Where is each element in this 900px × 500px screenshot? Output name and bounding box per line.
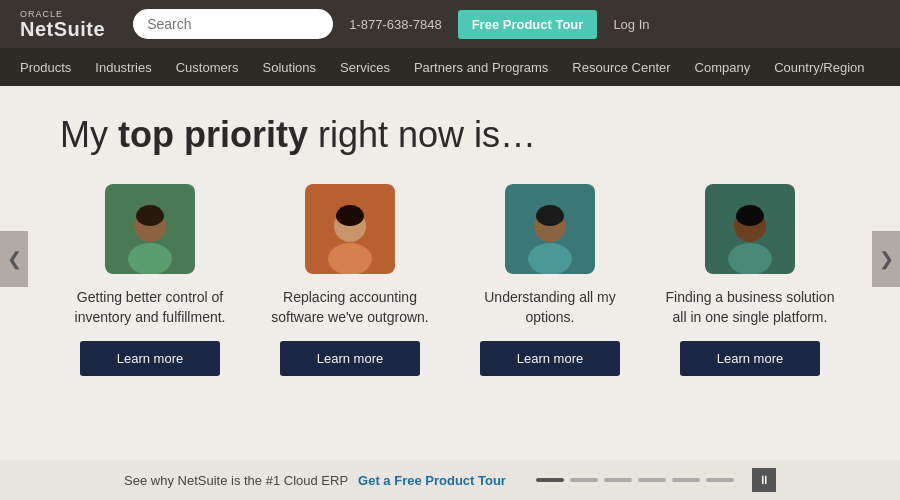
- progress-dot-3: [604, 478, 632, 482]
- svg-point-14: [538, 205, 562, 221]
- progress-dot-1: [536, 478, 564, 482]
- chevron-right-icon: ❯: [879, 248, 894, 270]
- svg-point-16: [728, 243, 772, 274]
- nav-item-services[interactable]: Services: [340, 60, 390, 75]
- progress-dot-6: [706, 478, 734, 482]
- learn-more-button-4[interactable]: Learn more: [680, 341, 820, 376]
- nav-item-resourcecenter[interactable]: Resource Center: [572, 60, 670, 75]
- card-description-4: Finding a business solution all in one s…: [665, 288, 835, 327]
- next-arrow-button[interactable]: ❯: [872, 231, 900, 287]
- svg-point-9: [338, 205, 362, 221]
- main-content: My top priority right now is… Getting be…: [0, 86, 900, 416]
- bottom-text: See why NetSuite is the #1 Cloud ERP: [124, 473, 348, 488]
- nav-item-company[interactable]: Company: [695, 60, 751, 75]
- progress-dots: [536, 478, 734, 482]
- learn-more-button-2[interactable]: Learn more: [280, 341, 420, 376]
- card-3: Understanding all my options.Learn more: [465, 184, 635, 376]
- svg-point-4: [138, 205, 162, 221]
- login-button[interactable]: Log In: [613, 17, 649, 32]
- card-image-2: [305, 184, 395, 274]
- card-image-4: [705, 184, 795, 274]
- free-product-tour-button[interactable]: Free Product Tour: [458, 10, 598, 39]
- headline: My top priority right now is…: [60, 114, 840, 156]
- logo-area: ORACLE NetSuite: [20, 10, 105, 39]
- pause-icon: ⏸: [758, 473, 770, 487]
- nav-item-customers[interactable]: Customers: [176, 60, 239, 75]
- svg-point-11: [528, 243, 572, 274]
- headline-bold: top priority: [118, 114, 308, 155]
- card-4: Finding a business solution all in one s…: [665, 184, 835, 376]
- headline-suffix: right now is…: [308, 114, 536, 155]
- nav-item-solutions[interactable]: Solutions: [263, 60, 316, 75]
- nav-item-industries[interactable]: Industries: [95, 60, 151, 75]
- learn-more-button-3[interactable]: Learn more: [480, 341, 620, 376]
- learn-more-button-1[interactable]: Learn more: [80, 341, 220, 376]
- phone-number: 1-877-638-7848: [349, 17, 442, 32]
- card-description-1: Getting better control of inventory and …: [65, 288, 235, 327]
- progress-dot-4: [638, 478, 666, 482]
- get-free-tour-link[interactable]: Get a Free Product Tour: [358, 473, 506, 488]
- progress-dot-5: [672, 478, 700, 482]
- nav-bar: ProductsIndustriesCustomersSolutionsServ…: [0, 48, 900, 86]
- card-description-2: Replacing accounting software we've outg…: [265, 288, 435, 327]
- top-bar: ORACLE NetSuite 1-877-638-7848 Free Prod…: [0, 0, 900, 48]
- svg-point-6: [328, 243, 372, 274]
- svg-point-1: [128, 243, 172, 274]
- cards-row: Getting better control of inventory and …: [60, 184, 840, 376]
- search-input[interactable]: [133, 9, 333, 39]
- svg-point-19: [738, 205, 762, 221]
- prev-arrow-button[interactable]: ❮: [0, 231, 28, 287]
- card-image-1: [105, 184, 195, 274]
- nav-item-countryregion[interactable]: Country/Region: [774, 60, 864, 75]
- nav-item-partnersandprograms[interactable]: Partners and Programs: [414, 60, 548, 75]
- card-image-3: [505, 184, 595, 274]
- chevron-left-icon: ❮: [7, 248, 22, 270]
- card-description-3: Understanding all my options.: [465, 288, 635, 327]
- card-1: Getting better control of inventory and …: [65, 184, 235, 376]
- nav-item-products[interactable]: Products: [20, 60, 71, 75]
- headline-prefix: My: [60, 114, 118, 155]
- bottom-bar: See why NetSuite is the #1 Cloud ERP Get…: [0, 460, 900, 500]
- progress-dot-2: [570, 478, 598, 482]
- pause-button[interactable]: ⏸: [752, 468, 776, 492]
- netsuite-brand: NetSuite: [20, 19, 105, 39]
- card-2: Replacing accounting software we've outg…: [265, 184, 435, 376]
